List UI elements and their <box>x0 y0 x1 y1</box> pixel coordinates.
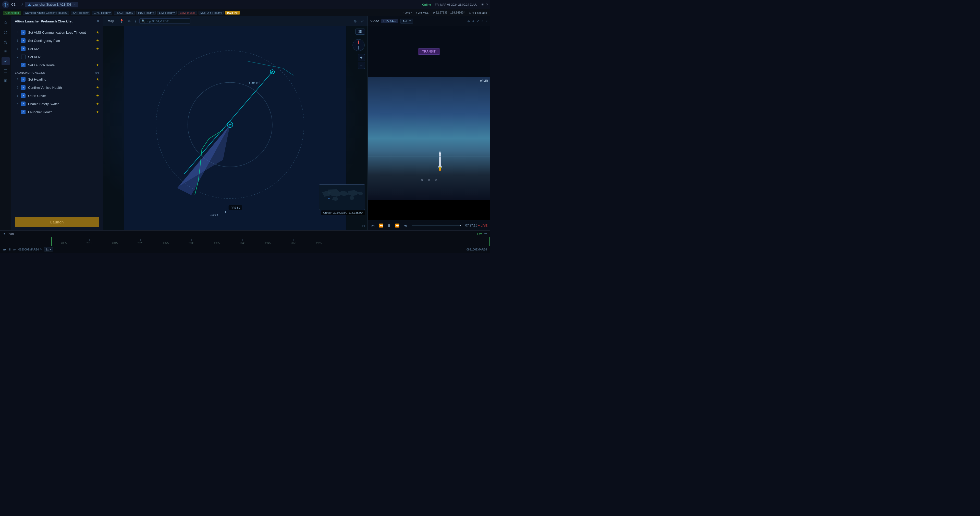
sidebar-globe-icon[interactable]: ◎ <box>2 28 10 36</box>
video-skip-start-button[interactable]: ⏮ <box>370 222 376 229</box>
check-item-l1[interactable]: 1 Set Heading ★ <box>11 75 103 83</box>
live-indicator: Live <box>477 232 482 235</box>
fps-display: FPS 81 <box>229 205 242 210</box>
timeline-play-pause-button[interactable]: ⏸ <box>8 248 11 251</box>
checkbox-l1[interactable] <box>21 77 25 82</box>
status-motor: MOTOR: Healthy <box>199 11 224 15</box>
map-tab[interactable]: Map <box>106 18 116 24</box>
status-ins: INS: Healthy <box>136 11 156 15</box>
video-fullscreen-icon[interactable]: ⤢ <box>476 19 479 23</box>
topbar-settings: ⊞ ⊙ <box>481 3 488 6</box>
search-icon: 🔍 <box>142 19 145 23</box>
online-status: Online <box>422 3 431 6</box>
map-target-icon[interactable]: ⊕ <box>353 18 358 24</box>
checklist-close-button[interactable]: × <box>97 19 99 24</box>
live-options-button[interactable]: ••• <box>484 232 487 235</box>
checkbox-5[interactable] <box>21 38 25 43</box>
launcher-section-count: 5/5 <box>95 71 99 74</box>
check-item-8[interactable]: 8 Set Launch Route ★ <box>11 61 103 69</box>
zoom-in-button[interactable]: + <box>358 54 365 61</box>
status-bat: BAT: Healthy <box>71 11 90 15</box>
speed-control[interactable]: 1x ▾ <box>44 247 53 251</box>
coordinates-display: ⊕ 32.97336° -118.34963° <box>433 11 465 14</box>
rocket-visual <box>436 149 444 175</box>
refresh-icon[interactable]: ↺ <box>21 3 23 6</box>
svg-rect-2 <box>124 26 346 230</box>
video-external-icon[interactable]: ⤤ <box>481 19 484 23</box>
station-tab-close[interactable]: × <box>74 3 76 6</box>
compass[interactable]: N <box>352 39 365 51</box>
video-panel: Video USV 14aa Auto ▾ ⊕ ⬇ ⤢ ⤤ × TRANSIT <box>368 16 490 230</box>
scale-label: 1000 ft <box>210 213 218 216</box>
video-close-icon[interactable]: × <box>486 19 487 23</box>
zoom-out-button[interactable]: − <box>358 62 365 69</box>
map-pin-icon[interactable]: 📍 <box>118 18 125 24</box>
video-time-display: 07:27:15 – LIVE <box>465 224 487 227</box>
launcher-checks-header: Launcher Checks 5/5 <box>11 69 103 75</box>
checkbox-l5[interactable] <box>21 110 25 114</box>
checkbox-l3[interactable] <box>21 94 25 98</box>
status-right: ← → 249 ° ↑ 2 ft MSL ⊕ 32.97336° -118.34… <box>398 11 487 14</box>
video-mode-select[interactable]: Auto ▾ <box>400 19 413 24</box>
video-scrubber[interactable] <box>412 225 461 226</box>
user-icon[interactable]: ⊙ <box>486 3 488 6</box>
collapse-icon[interactable]: ▼ <box>3 232 6 235</box>
sidebar-clock-icon[interactable]: ◷ <box>2 38 10 46</box>
sidebar-checklist-icon[interactable]: ✓ <box>2 57 10 65</box>
map-3d-button[interactable]: 3D <box>355 29 365 35</box>
check-item-l2[interactable]: 2 Confirm Vehicle Health ★ <box>11 83 103 92</box>
sidebar-home-icon[interactable]: ⌂ <box>2 18 10 27</box>
checkbox-4[interactable] <box>21 30 25 35</box>
video-next-button[interactable]: ⏩ <box>394 222 401 229</box>
time-ago-display: ⏱ < 1 sec ago <box>469 11 487 14</box>
video-top-area: TRANSIT <box>368 26 490 77</box>
settings-icon[interactable]: ⊞ <box>481 3 484 6</box>
timeline-skip-start-button[interactable]: ⏮ <box>3 248 6 251</box>
video-prev-button[interactable]: ⏪ <box>378 222 384 229</box>
sidebar-list-icon[interactable]: ☰ <box>2 67 10 75</box>
timeline-skip-end-button[interactable]: ⏭ <box>13 248 16 251</box>
checkbox-l4[interactable] <box>21 102 25 106</box>
check-item-6[interactable]: 6 Set KIZ ★ <box>11 44 103 53</box>
connected-badge: Connected <box>3 11 21 15</box>
video-download-icon[interactable]: ⬇ <box>472 19 474 23</box>
check-item-l3[interactable]: 3 Open Cover ★ <box>11 92 103 100</box>
minimap[interactable] <box>319 184 365 210</box>
launch-button[interactable]: Launch <box>15 217 99 227</box>
app-logo[interactable] <box>2 1 9 8</box>
checklist-title: Altius Launcher Prelaunch Checklist <box>15 19 73 23</box>
check-item-l4[interactable]: 4 Enable Safety Switch ★ <box>11 100 103 108</box>
tick-2035: 2035 <box>204 238 230 245</box>
timeline-body: 2005 2010 2015 2020 2025 2030 2035 2040 … <box>0 237 490 246</box>
video-skip-end-button[interactable]: ⏭ <box>402 222 408 229</box>
map-info-icon[interactable]: ℹ <box>134 18 137 24</box>
map-expand-button[interactable]: ⊡ <box>362 224 365 228</box>
status-warhead: Warhead Kinetic Consent: Healthy <box>23 11 69 15</box>
video-pause-button[interactable]: ⏸ <box>387 222 392 229</box>
checkbox-l2[interactable] <box>21 85 25 90</box>
start-time-label: 082000ZMAR24 <box>18 248 39 251</box>
flir-badge: ◈FLIR <box>480 79 488 83</box>
time-edit-icon[interactable]: ✎ <box>40 248 42 251</box>
check-item-7[interactable]: 7 Set KOZ <box>11 53 103 61</box>
map-external-icon[interactable]: ⤢ <box>360 18 365 24</box>
svg-rect-1 <box>28 5 31 6</box>
psi-value: 1678 PSI <box>225 11 240 14</box>
checkbox-6[interactable] <box>21 46 25 51</box>
sidebar-grid-icon[interactable]: ⊞ <box>2 76 10 85</box>
launcher-section-title: Launcher Checks <box>15 71 45 74</box>
map-draw-icon[interactable]: ✏ <box>127 18 132 24</box>
svg-point-19 <box>328 198 329 199</box>
check-item-l5[interactable]: 5 Launcher Health ★ <box>11 108 103 116</box>
map-search-box[interactable]: 🔍 e.g. 33.54,-117.6° <box>139 18 190 24</box>
checkbox-8[interactable] <box>21 63 25 67</box>
checkbox-7[interactable] <box>21 55 25 59</box>
check-item-5[interactable]: 5 Set Contingency Plan ★ <box>11 37 103 44</box>
tick-2005: 2005 <box>51 238 76 245</box>
station-tab[interactable]: Launcher Station 1: A23-308 × <box>25 2 78 7</box>
sidebar-layers-icon[interactable]: ≡ <box>2 48 10 56</box>
video-layers-icon[interactable]: ⊕ <box>467 19 470 23</box>
svg-marker-24 <box>441 165 442 169</box>
check-item-4[interactable]: 4 Set VMS Communication Loss Timeout ★ <box>11 28 103 37</box>
status-hdg: HDG: Healthy <box>114 11 135 15</box>
